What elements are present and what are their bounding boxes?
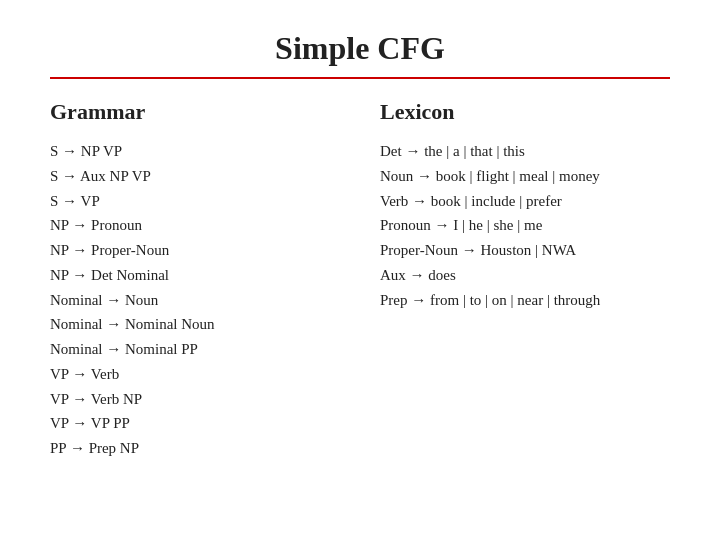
grammar-column: Grammar S → NP VPS → Aux NP VPS → VPNP →… [50,99,340,520]
grammar-rule-item: S → NP VP [50,139,340,164]
page: Simple CFG Grammar S → NP VPS → Aux NP V… [0,0,720,540]
grammar-rules-list: S → NP VPS → Aux NP VPS → VPNP → Pronoun… [50,139,340,461]
lexicon-rule-item: Noun → book | flight | meal | money [380,164,670,189]
lexicon-column: Lexicon Det → the | a | that | thisNoun … [380,99,670,520]
grammar-rule-item: Nominal → Noun [50,288,340,313]
grammar-rule-item: NP → Proper-Noun [50,238,340,263]
lexicon-rule-item: Prep → from | to | on | near | through [380,288,670,313]
grammar-rule-item: Nominal → Nominal PP [50,337,340,362]
page-title: Simple CFG [50,30,670,67]
divider [50,77,670,79]
grammar-rule-item: PP → Prep NP [50,436,340,461]
grammar-heading: Grammar [50,99,340,125]
lexicon-rule-item: Pronoun → I | he | she | me [380,213,670,238]
content-area: Grammar S → NP VPS → Aux NP VPS → VPNP →… [50,99,670,520]
grammar-rule-item: NP → Det Nominal [50,263,340,288]
grammar-rule-item: VP → Verb [50,362,340,387]
lexicon-rule-item: Verb → book | include | prefer [380,189,670,214]
grammar-rule-item: S → VP [50,189,340,214]
grammar-rule-item: Nominal → Nominal Noun [50,312,340,337]
lexicon-heading: Lexicon [380,99,670,125]
lexicon-rule-item: Aux → does [380,263,670,288]
lexicon-rule-item: Proper-Noun → Houston | NWA [380,238,670,263]
grammar-rule-item: NP → Pronoun [50,213,340,238]
grammar-rule-item: VP → Verb NP [50,387,340,412]
grammar-rule-item: S → Aux NP VP [50,164,340,189]
grammar-rule-item: VP → VP PP [50,411,340,436]
lexicon-rule-item: Det → the | a | that | this [380,139,670,164]
lexicon-rules-list: Det → the | a | that | thisNoun → book |… [380,139,670,312]
